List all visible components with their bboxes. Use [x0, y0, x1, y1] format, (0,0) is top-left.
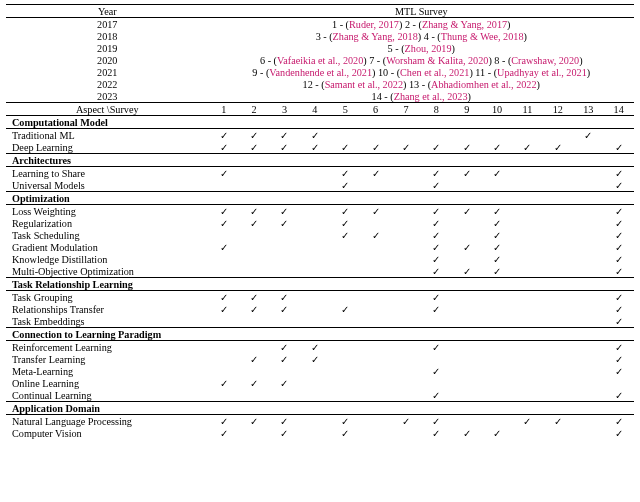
- row-reinforcement-learning: Reinforcement Learning ✓✓✓✓: [6, 341, 634, 354]
- check-icon: ✓: [603, 427, 634, 439]
- col-5: 5: [330, 103, 360, 116]
- check-icon: ✓: [330, 415, 360, 428]
- check-icon: ✓: [209, 129, 239, 142]
- check-icon: ✓: [209, 415, 239, 428]
- cite-zhang-yang-2018: Zhang & Yang, 2018: [333, 31, 418, 42]
- check-icon: ✓: [330, 427, 360, 439]
- check-icon: ✓: [209, 303, 239, 315]
- label-online-learning: Online Learning: [6, 377, 209, 389]
- label-deep-learning: Deep Learning: [6, 141, 209, 154]
- row-transfer-learning: Transfer Learning ✓✓✓✓: [6, 353, 634, 365]
- label-reinforcement-learning: Reinforcement Learning: [6, 341, 209, 354]
- check-icon: ✓: [421, 427, 451, 439]
- check-icon: ✓: [603, 315, 634, 328]
- year-2021: 2021: [6, 66, 209, 78]
- label-gradient-modulation: Gradient Modulation: [6, 241, 209, 253]
- label-traditional-ml: Traditional ML: [6, 129, 209, 142]
- col-6: 6: [360, 103, 390, 116]
- check-icon: ✓: [482, 217, 512, 229]
- label-transfer-learning: Transfer Learning: [6, 353, 209, 365]
- check-icon: ✓: [239, 141, 269, 154]
- check-icon: ✓: [269, 415, 299, 428]
- aspect-header: Aspect \Survey: [6, 103, 209, 116]
- group-application-domain: Application Domain: [6, 402, 634, 415]
- col-11: 11: [512, 103, 542, 116]
- check-icon: ✓: [603, 291, 634, 304]
- check-icon: ✓: [269, 353, 299, 365]
- check-icon: ✓: [239, 205, 269, 218]
- refs-2023: 14 - (Zhang et al., 2023): [209, 90, 634, 103]
- check-icon: ✓: [209, 377, 239, 389]
- cite-vandenhende-2021: Vandenhende et al., 2021: [269, 67, 372, 78]
- row-deep-learning: Deep Learning ✓✓✓✓✓✓✓✓✓✓✓✓✓: [6, 141, 634, 154]
- group-task-relationship-learning: Task Relationship Learning: [6, 278, 634, 291]
- year-2023: 2023: [6, 90, 209, 103]
- cite-vafaeikia-2020: Vafaeikia et al., 2020: [277, 55, 363, 66]
- refs-2020: 6 - (Vafaeikia et al., 2020) 7 - (Worsha…: [209, 54, 634, 66]
- check-icon: ✓: [603, 265, 634, 278]
- label-task-grouping: Task Grouping: [6, 291, 209, 304]
- check-icon: ✓: [603, 229, 634, 241]
- row-regularization: Regularization ✓✓✓✓✓✓✓: [6, 217, 634, 229]
- refs-2022: 12 - (Samant et al., 2022) 13 - (Abhadio…: [209, 78, 634, 90]
- check-icon: ✓: [421, 253, 451, 265]
- check-icon: ✓: [421, 205, 451, 218]
- label-meta-learning: Meta-Learning: [6, 365, 209, 377]
- check-icon: ✓: [300, 129, 330, 142]
- year-header: Year: [6, 5, 209, 18]
- row-universal-models: Universal Models ✓✓✓: [6, 179, 634, 192]
- check-icon: ✓: [269, 377, 299, 389]
- check-icon: ✓: [421, 365, 451, 377]
- col-3: 3: [269, 103, 299, 116]
- year-2019: 2019: [6, 42, 209, 54]
- check-icon: ✓: [239, 377, 269, 389]
- check-icon: ✓: [482, 141, 512, 154]
- check-icon: ✓: [209, 205, 239, 218]
- cite-chen-2021: Chen et al., 2021: [400, 67, 469, 78]
- check-icon: ✓: [421, 291, 451, 304]
- cite-zhang-2023: Zhang et al., 2023: [394, 91, 468, 102]
- row-loss-weighting: Loss Weighting ✓✓✓✓✓✓✓✓✓: [6, 205, 634, 218]
- col-4: 4: [300, 103, 330, 116]
- cite-upadhyay-2021: Upadhyay et al., 2021: [497, 67, 587, 78]
- cite-zhou-2019: Zhou, 2019: [405, 43, 452, 54]
- check-icon: ✓: [573, 129, 603, 142]
- check-icon: ✓: [209, 141, 239, 154]
- group-computational-model: Computational Model: [6, 116, 634, 129]
- col-9: 9: [452, 103, 482, 116]
- check-icon: ✓: [452, 241, 482, 253]
- check-icon: ✓: [603, 217, 634, 229]
- check-icon: ✓: [269, 129, 299, 142]
- check-icon: ✓: [452, 167, 482, 180]
- check-icon: ✓: [360, 141, 390, 154]
- row-task-scheduling: Task Scheduling ✓✓✓✓✓: [6, 229, 634, 241]
- cite-samant-2022: Samant et al., 2022: [325, 79, 403, 90]
- label-learning-to-share: Learning to Share: [6, 167, 209, 180]
- check-icon: ✓: [452, 141, 482, 154]
- year-2022: 2022: [6, 78, 209, 90]
- group-optimization: Optimization: [6, 192, 634, 205]
- cite-thung-wee-2018: Thung & Wee, 2018: [441, 31, 524, 42]
- check-icon: ✓: [452, 205, 482, 218]
- row-learning-to-share: Learning to Share ✓✓✓✓✓✓✓: [6, 167, 634, 180]
- check-icon: ✓: [482, 205, 512, 218]
- check-icon: ✓: [543, 415, 573, 428]
- check-icon: ✓: [421, 179, 451, 192]
- check-icon: ✓: [269, 205, 299, 218]
- check-icon: ✓: [603, 205, 634, 218]
- check-icon: ✓: [421, 389, 451, 402]
- label-computer-vision: Computer Vision: [6, 427, 209, 439]
- label-universal-models: Universal Models: [6, 179, 209, 192]
- row-computer-vision: Computer Vision ✓✓✓✓✓✓✓: [6, 427, 634, 439]
- cite-abhadiomhen-2022: Abhadiomhen et al., 2022: [431, 79, 537, 90]
- col-13: 13: [573, 103, 603, 116]
- check-icon: ✓: [603, 415, 634, 428]
- check-icon: ✓: [239, 217, 269, 229]
- check-icon: ✓: [269, 341, 299, 354]
- group-architectures: Architectures: [6, 154, 634, 167]
- row-traditional-ml: Traditional ML ✓✓✓✓✓: [6, 129, 634, 142]
- year-2020: 2020: [6, 54, 209, 66]
- check-icon: ✓: [239, 353, 269, 365]
- col-2: 2: [239, 103, 269, 116]
- label-continual-learning: Continual Learning: [6, 389, 209, 402]
